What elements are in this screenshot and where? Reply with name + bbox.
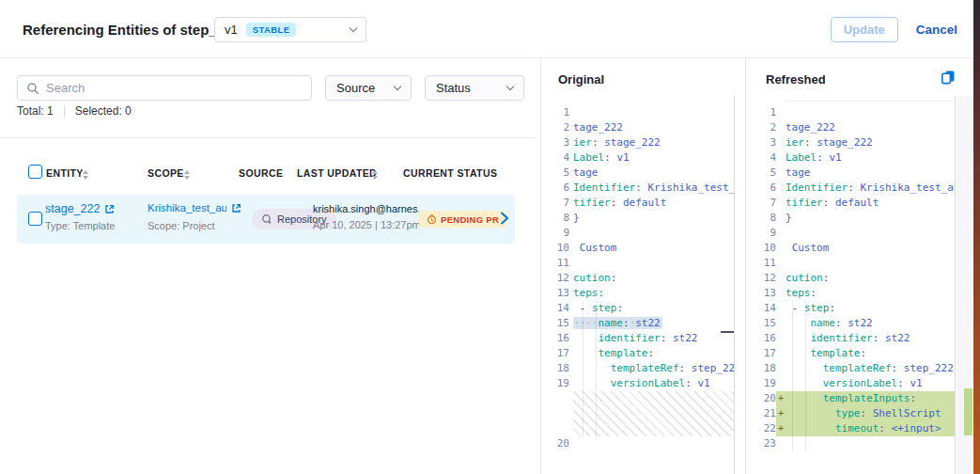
cancel-button[interactable]: Cancel xyxy=(916,23,957,37)
code-line: 4Label: v1 xyxy=(541,150,734,166)
scrollbar[interactable] xyxy=(734,96,735,474)
line-number: 20 xyxy=(755,391,776,406)
line-number: 22 xyxy=(755,421,776,436)
page-edge-strip xyxy=(973,0,980,474)
code-line: 12cution: xyxy=(541,271,734,286)
diff-marker xyxy=(776,361,786,376)
line-number: 19 xyxy=(549,376,569,391)
line-number: 14 xyxy=(549,301,569,316)
code-line: 2tage_222 xyxy=(746,120,955,135)
divider xyxy=(64,105,65,118)
line-number: 8 xyxy=(549,211,569,226)
refreshed-code-editor[interactable]: 12tage_2223ier: stage_2224Label: v15tage… xyxy=(746,105,972,474)
diff-marker xyxy=(776,211,786,226)
chevron-right-icon[interactable] xyxy=(500,211,509,226)
scrollbar[interactable] xyxy=(955,96,956,474)
chevron-down-icon xyxy=(394,83,401,90)
copy-icon[interactable] xyxy=(941,70,956,85)
sort-icon[interactable] xyxy=(372,170,378,180)
code-line: 11 xyxy=(541,256,734,271)
line-number: 15 xyxy=(549,316,569,331)
line-number: 20 xyxy=(549,436,569,451)
scope-name: Krishika_test_au... xyxy=(148,202,226,213)
line-number: 10 xyxy=(549,241,569,256)
row-checkbox[interactable] xyxy=(28,212,42,226)
modal-header: Referencing Entities of step_222 v1 STAB… xyxy=(0,0,980,58)
indent-guide xyxy=(583,301,583,438)
code-line: 20 xyxy=(541,436,734,451)
line-number: 10 xyxy=(755,241,776,256)
external-link-icon xyxy=(231,203,241,213)
line-number: 9 xyxy=(549,226,569,241)
diff-marker xyxy=(776,376,786,391)
column-scope: SCOPE xyxy=(148,167,184,179)
code-line: 9 xyxy=(541,226,734,241)
diff-marker xyxy=(776,241,786,256)
source-filter-label: Source xyxy=(336,81,375,95)
update-button[interactable]: Update xyxy=(831,17,898,42)
scope-link[interactable]: Krishika_test_au... xyxy=(148,202,241,213)
scope-detail: Scope: Project xyxy=(148,220,215,231)
status-filter-dropdown[interactable]: Status xyxy=(425,75,524,101)
sort-icon[interactable] xyxy=(83,170,88,180)
entity-link[interactable]: stage_222 xyxy=(45,202,115,215)
indent-guide xyxy=(805,301,806,451)
source-filter-dropdown[interactable]: Source xyxy=(325,75,412,101)
diff-marker xyxy=(776,181,786,196)
search-input-wrap[interactable] xyxy=(17,75,312,101)
table-header: ENTITY SCOPE SOURCE LAST UPDATED CURRENT… xyxy=(0,164,536,186)
column-current-status: CURRENT STATUS xyxy=(403,167,497,179)
line-number: 4 xyxy=(755,150,776,166)
diff-marker xyxy=(776,316,786,331)
diff-marker: + xyxy=(776,406,786,421)
clock-icon xyxy=(427,214,437,225)
code-line: 14 - step: xyxy=(541,301,734,316)
line-number: 16 xyxy=(755,331,776,346)
diff-marker xyxy=(776,256,786,271)
diff-sash-handle[interactable] xyxy=(721,331,734,333)
diff-marker xyxy=(776,436,786,451)
code-line: 18 templateRef: step_222 xyxy=(541,361,734,376)
line-number: 19 xyxy=(755,376,776,391)
code-line: 9 xyxy=(746,226,955,241)
chevron-down-icon xyxy=(350,24,357,32)
external-link-icon xyxy=(104,204,115,214)
code-line: 12cution: xyxy=(746,271,955,286)
code-line: 7tifier: default xyxy=(746,196,955,211)
line-number: 4 xyxy=(549,150,569,166)
line-number: 11 xyxy=(549,256,569,271)
code-line: 17 template: xyxy=(541,346,734,361)
status-filter-label: Status xyxy=(436,81,471,95)
code-line: 15 name: st22 xyxy=(746,316,955,331)
line-number: 2 xyxy=(755,120,776,135)
entity-name: stage_222 xyxy=(45,202,100,215)
line-number: 7 xyxy=(755,196,776,211)
code-line: 21+ type: ShellScript xyxy=(746,406,955,421)
diff-marker xyxy=(776,105,786,120)
divider xyxy=(786,101,955,102)
select-all-checkbox[interactable] xyxy=(28,165,42,179)
line-number: 3 xyxy=(755,135,776,150)
table-row[interactable]: stage_222 Type: Template Krishika_test_a… xyxy=(17,195,515,244)
line-number: 3 xyxy=(549,135,569,150)
code-line: 3ier: stage_222 xyxy=(746,135,955,150)
sort-icon[interactable] xyxy=(184,170,190,180)
last-updated-at: Apr 10, 2025 | 13:27pm xyxy=(313,219,419,230)
selected-count: Selected: 0 xyxy=(75,104,132,118)
version-select[interactable]: v1 STABLE xyxy=(214,17,366,42)
code-line: 8} xyxy=(541,211,734,226)
indent-guide xyxy=(596,301,597,438)
code-line: 6Identifier: Krishika_test_aut xyxy=(541,181,734,196)
code-line: 23 xyxy=(746,436,955,451)
original-code-editor[interactable]: 12tage_2223ier: stage_2224Label: v15tage… xyxy=(541,105,745,474)
line-number: 21 xyxy=(755,406,776,421)
line-number: 15 xyxy=(755,316,776,331)
line-number: 9 xyxy=(755,226,776,241)
indent-guide xyxy=(792,301,793,451)
code-line: 10 Custom xyxy=(746,241,955,256)
chevron-down-icon xyxy=(506,83,514,90)
search-input[interactable] xyxy=(46,81,303,95)
line-number: 18 xyxy=(755,361,776,376)
diff-marker xyxy=(776,135,786,150)
code-line: 1 xyxy=(746,105,955,120)
